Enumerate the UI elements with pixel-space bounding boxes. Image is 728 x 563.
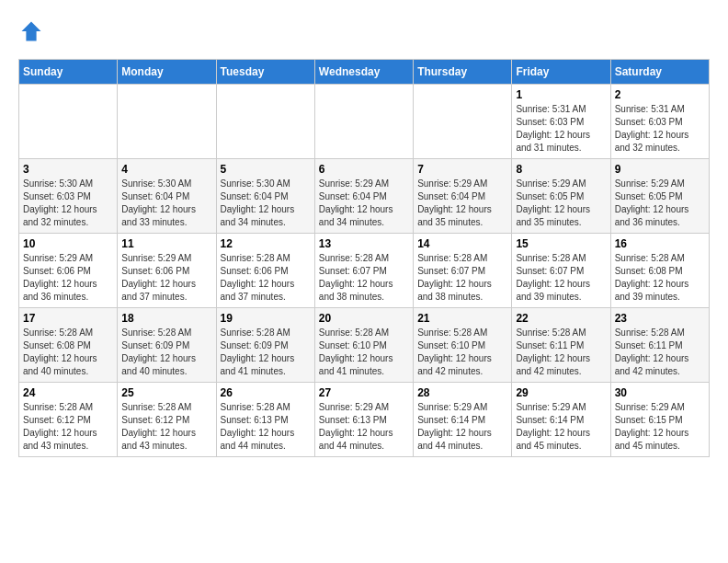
calendar-cell: 19Sunrise: 5:28 AM Sunset: 6:09 PM Dayli… bbox=[216, 308, 314, 383]
day-number: 23 bbox=[615, 312, 705, 325]
page-header bbox=[18, 18, 710, 44]
calendar-cell: 10Sunrise: 5:29 AM Sunset: 6:06 PM Dayli… bbox=[19, 234, 118, 308]
day-number: 28 bbox=[417, 386, 507, 399]
day-info: Sunrise: 5:29 AM Sunset: 6:05 PM Dayligh… bbox=[516, 178, 606, 229]
day-number: 12 bbox=[221, 237, 311, 250]
calendar-cell: 1Sunrise: 5:31 AM Sunset: 6:03 PM Daylig… bbox=[512, 85, 610, 159]
weekday-header-wednesday: Wednesday bbox=[314, 60, 413, 85]
calendar-cell bbox=[118, 85, 216, 159]
calendar-cell: 5Sunrise: 5:30 AM Sunset: 6:04 PM Daylig… bbox=[216, 159, 314, 234]
calendar-cell: 15Sunrise: 5:28 AM Sunset: 6:07 PM Dayli… bbox=[512, 234, 610, 308]
day-info: Sunrise: 5:28 AM Sunset: 6:11 PM Dayligh… bbox=[516, 327, 606, 378]
day-number: 7 bbox=[417, 163, 507, 176]
calendar-cell: 17Sunrise: 5:28 AM Sunset: 6:08 PM Dayli… bbox=[19, 308, 118, 383]
calendar-cell: 2Sunrise: 5:31 AM Sunset: 6:03 PM Daylig… bbox=[610, 85, 709, 159]
day-info: Sunrise: 5:29 AM Sunset: 6:04 PM Dayligh… bbox=[319, 178, 409, 229]
calendar-cell: 8Sunrise: 5:29 AM Sunset: 6:05 PM Daylig… bbox=[512, 159, 610, 234]
weekday-header-monday: Monday bbox=[118, 60, 216, 85]
calendar-cell: 25Sunrise: 5:28 AM Sunset: 6:12 PM Dayli… bbox=[118, 383, 216, 457]
calendar-cell: 14Sunrise: 5:28 AM Sunset: 6:07 PM Dayli… bbox=[414, 234, 512, 308]
day-number: 14 bbox=[417, 237, 507, 250]
calendar-cell: 11Sunrise: 5:29 AM Sunset: 6:06 PM Dayli… bbox=[118, 234, 216, 308]
calendar-week-3: 10Sunrise: 5:29 AM Sunset: 6:06 PM Dayli… bbox=[19, 234, 710, 308]
day-info: Sunrise: 5:28 AM Sunset: 6:13 PM Dayligh… bbox=[221, 401, 311, 453]
day-number: 9 bbox=[615, 163, 705, 176]
day-info: Sunrise: 5:31 AM Sunset: 6:03 PM Dayligh… bbox=[516, 103, 606, 155]
day-info: Sunrise: 5:29 AM Sunset: 6:14 PM Dayligh… bbox=[516, 401, 606, 453]
day-info: Sunrise: 5:30 AM Sunset: 6:04 PM Dayligh… bbox=[121, 178, 211, 229]
day-info: Sunrise: 5:29 AM Sunset: 6:13 PM Dayligh… bbox=[319, 401, 409, 453]
day-number: 13 bbox=[319, 237, 409, 250]
calendar-cell: 26Sunrise: 5:28 AM Sunset: 6:13 PM Dayli… bbox=[216, 383, 314, 457]
day-info: Sunrise: 5:28 AM Sunset: 6:07 PM Dayligh… bbox=[516, 252, 606, 304]
calendar-cell: 9Sunrise: 5:29 AM Sunset: 6:05 PM Daylig… bbox=[610, 159, 709, 234]
calendar-cell: 22Sunrise: 5:28 AM Sunset: 6:11 PM Dayli… bbox=[512, 308, 610, 383]
day-info: Sunrise: 5:29 AM Sunset: 6:15 PM Dayligh… bbox=[615, 401, 705, 453]
logo-icon bbox=[18, 18, 44, 44]
day-number: 20 bbox=[319, 312, 409, 325]
svg-marker-0 bbox=[22, 22, 41, 41]
day-number: 16 bbox=[615, 237, 705, 250]
weekday-header-sunday: Sunday bbox=[19, 60, 118, 85]
calendar-cell: 21Sunrise: 5:28 AM Sunset: 6:10 PM Dayli… bbox=[414, 308, 512, 383]
day-info: Sunrise: 5:30 AM Sunset: 6:04 PM Dayligh… bbox=[221, 178, 311, 229]
calendar-cell bbox=[314, 85, 413, 159]
day-number: 10 bbox=[23, 237, 113, 250]
day-info: Sunrise: 5:28 AM Sunset: 6:08 PM Dayligh… bbox=[23, 327, 113, 378]
calendar-cell bbox=[19, 85, 118, 159]
day-info: Sunrise: 5:28 AM Sunset: 6:08 PM Dayligh… bbox=[615, 252, 705, 304]
day-number: 15 bbox=[516, 237, 606, 250]
calendar-week-5: 24Sunrise: 5:28 AM Sunset: 6:12 PM Dayli… bbox=[19, 383, 710, 457]
calendar-cell: 23Sunrise: 5:28 AM Sunset: 6:11 PM Dayli… bbox=[610, 308, 709, 383]
day-number: 8 bbox=[516, 163, 606, 176]
weekday-header-thursday: Thursday bbox=[414, 60, 512, 85]
calendar-cell: 7Sunrise: 5:29 AM Sunset: 6:04 PM Daylig… bbox=[414, 159, 512, 234]
day-info: Sunrise: 5:28 AM Sunset: 6:11 PM Dayligh… bbox=[615, 327, 705, 378]
calendar-body: 1Sunrise: 5:31 AM Sunset: 6:03 PM Daylig… bbox=[19, 85, 710, 457]
day-info: Sunrise: 5:28 AM Sunset: 6:07 PM Dayligh… bbox=[417, 252, 507, 304]
day-info: Sunrise: 5:28 AM Sunset: 6:09 PM Dayligh… bbox=[121, 327, 211, 378]
day-number: 30 bbox=[615, 386, 705, 399]
calendar-week-1: 1Sunrise: 5:31 AM Sunset: 6:03 PM Daylig… bbox=[19, 85, 710, 159]
day-info: Sunrise: 5:29 AM Sunset: 6:05 PM Dayligh… bbox=[615, 178, 705, 229]
day-info: Sunrise: 5:28 AM Sunset: 6:10 PM Dayligh… bbox=[319, 327, 409, 378]
day-info: Sunrise: 5:30 AM Sunset: 6:03 PM Dayligh… bbox=[23, 178, 113, 229]
day-info: Sunrise: 5:28 AM Sunset: 6:12 PM Dayligh… bbox=[23, 401, 113, 453]
day-info: Sunrise: 5:28 AM Sunset: 6:09 PM Dayligh… bbox=[221, 327, 311, 378]
day-number: 6 bbox=[319, 163, 409, 176]
weekday-header-row: SundayMondayTuesdayWednesdayThursdayFrid… bbox=[19, 60, 710, 85]
day-number: 2 bbox=[615, 88, 705, 101]
day-info: Sunrise: 5:28 AM Sunset: 6:06 PM Dayligh… bbox=[221, 252, 311, 304]
calendar-cell: 3Sunrise: 5:30 AM Sunset: 6:03 PM Daylig… bbox=[19, 159, 118, 234]
day-number: 29 bbox=[516, 386, 606, 399]
calendar-cell: 20Sunrise: 5:28 AM Sunset: 6:10 PM Dayli… bbox=[314, 308, 413, 383]
calendar-cell: 28Sunrise: 5:29 AM Sunset: 6:14 PM Dayli… bbox=[414, 383, 512, 457]
day-number: 3 bbox=[23, 163, 113, 176]
day-number: 25 bbox=[121, 386, 211, 399]
day-info: Sunrise: 5:28 AM Sunset: 6:10 PM Dayligh… bbox=[417, 327, 507, 378]
day-info: Sunrise: 5:29 AM Sunset: 6:14 PM Dayligh… bbox=[417, 401, 507, 453]
day-info: Sunrise: 5:31 AM Sunset: 6:03 PM Dayligh… bbox=[615, 103, 705, 155]
day-number: 5 bbox=[221, 163, 311, 176]
calendar-cell: 13Sunrise: 5:28 AM Sunset: 6:07 PM Dayli… bbox=[314, 234, 413, 308]
calendar-table: SundayMondayTuesdayWednesdayThursdayFrid… bbox=[18, 59, 710, 457]
day-info: Sunrise: 5:29 AM Sunset: 6:04 PM Dayligh… bbox=[417, 178, 507, 229]
weekday-header-tuesday: Tuesday bbox=[216, 60, 314, 85]
calendar-cell: 18Sunrise: 5:28 AM Sunset: 6:09 PM Dayli… bbox=[118, 308, 216, 383]
calendar-cell: 16Sunrise: 5:28 AM Sunset: 6:08 PM Dayli… bbox=[610, 234, 709, 308]
calendar-cell bbox=[216, 85, 314, 159]
day-number: 24 bbox=[23, 386, 113, 399]
calendar-cell: 27Sunrise: 5:29 AM Sunset: 6:13 PM Dayli… bbox=[314, 383, 413, 457]
day-number: 4 bbox=[121, 163, 211, 176]
day-number: 21 bbox=[417, 312, 507, 325]
calendar-week-2: 3Sunrise: 5:30 AM Sunset: 6:03 PM Daylig… bbox=[19, 159, 710, 234]
day-number: 26 bbox=[221, 386, 311, 399]
calendar-cell: 4Sunrise: 5:30 AM Sunset: 6:04 PM Daylig… bbox=[118, 159, 216, 234]
calendar-cell: 29Sunrise: 5:29 AM Sunset: 6:14 PM Dayli… bbox=[512, 383, 610, 457]
weekday-header-friday: Friday bbox=[512, 60, 610, 85]
day-info: Sunrise: 5:28 AM Sunset: 6:07 PM Dayligh… bbox=[319, 252, 409, 304]
calendar-week-4: 17Sunrise: 5:28 AM Sunset: 6:08 PM Dayli… bbox=[19, 308, 710, 383]
day-number: 19 bbox=[221, 312, 311, 325]
day-number: 27 bbox=[319, 386, 409, 399]
weekday-header-saturday: Saturday bbox=[610, 60, 709, 85]
